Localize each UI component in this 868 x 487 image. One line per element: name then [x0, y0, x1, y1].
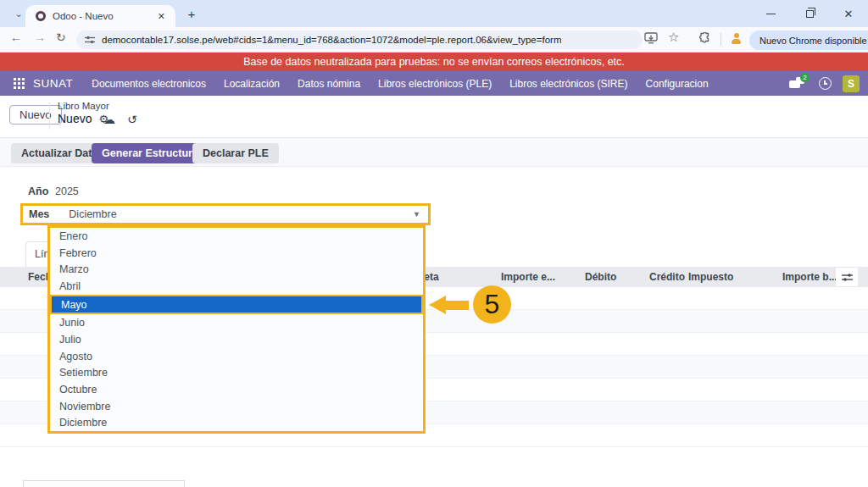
year-value[interactable]: 2025 — [55, 185, 79, 197]
option-noviembre[interactable]: Noviembre — [50, 398, 423, 415]
statusbar: Actualizar Datos Generar Estructuras Dec… — [0, 137, 868, 166]
annotation-arrow-icon — [429, 296, 470, 314]
option-octubre[interactable]: Octubre — [50, 381, 423, 398]
col-impuesto[interactable]: Impuesto — [688, 267, 733, 287]
declarar-ple-button[interactable]: Declarar PLE — [192, 143, 279, 163]
odoo-favicon-icon — [36, 11, 46, 21]
control-panel: Nuevo Libro Mayor Nuevo ⚙ ☁ ↺ — [0, 96, 868, 137]
annotation-step-badge: 5 — [473, 285, 511, 324]
menu-datos-nomina[interactable]: Datos nómina — [298, 78, 360, 90]
toolbar-divider — [721, 33, 721, 46]
activities-clock-icon[interactable] — [819, 77, 832, 90]
breadcrumb-parent[interactable]: Libro Mayor — [58, 101, 109, 111]
month-value[interactable]: Diciembre — [69, 208, 116, 220]
optional-columns-icon[interactable] — [836, 268, 858, 286]
url-text[interactable]: democontable17.solse.pe/web#cids=1&menu_… — [102, 35, 561, 45]
tab-close-icon[interactable]: ✕ — [154, 11, 169, 22]
chrome-update-button[interactable]: Nuevo Chrome disponible ⋮ — [749, 30, 868, 50]
month-field[interactable]: Mes Diciembre ▼ — [20, 203, 431, 225]
option-agosto[interactable]: Agosto — [50, 348, 423, 365]
reload-icon[interactable]: ↻ — [56, 30, 66, 44]
window-controls: ✕ — [751, 0, 868, 27]
option-febrero[interactable]: Febrero — [50, 245, 423, 262]
apps-grid-icon[interactable] — [14, 78, 25, 89]
bookmark-star-icon[interactable]: ☆ — [668, 30, 679, 45]
year-field-row: Año 2025 — [28, 185, 48, 197]
url-bar[interactable]: democontable17.solse.pe/web#cids=1&menu_… — [76, 30, 643, 49]
col-importe-b[interactable]: Importe b... — [782, 267, 837, 287]
minimize-button[interactable] — [751, 0, 790, 27]
send-to-device-icon[interactable] — [644, 32, 658, 44]
menu-libros-ple[interactable]: Libros electrónicos (PLE) — [378, 78, 492, 90]
breadcrumb-divider — [49, 102, 50, 130]
odoo-main-nav: SUNAT Documentos electronicos Localizaci… — [0, 71, 868, 96]
breadcrumb-current: Nuevo — [58, 112, 92, 125]
dropdown-caret-icon[interactable]: ▼ — [413, 210, 420, 219]
close-button[interactable]: ✕ — [829, 0, 868, 27]
tab-title: Odoo - Nuevo — [53, 11, 154, 21]
menu-localizacion[interactable]: Localización — [224, 78, 280, 90]
save-cloud-icon[interactable]: ☁ — [103, 113, 115, 126]
col-debito[interactable]: Débito — [585, 267, 616, 287]
new-tab-button[interactable]: + — [183, 6, 200, 23]
option-abril[interactable]: Abril — [50, 278, 423, 295]
app-brand[interactable]: SUNAT — [33, 77, 73, 90]
col-importe-e[interactable]: Importe e... — [501, 267, 555, 287]
option-julio[interactable]: Julio — [50, 331, 423, 348]
browser-window: ⌄ Odoo - Nuevo ✕ + ✕ ← → ↻ democontable1… — [0, 0, 868, 487]
back-icon[interactable]: ← — [10, 30, 22, 44]
browser-titlebar: ⌄ Odoo - Nuevo ✕ + ✕ — [0, 0, 868, 27]
breadcrumb: Libro Mayor Nuevo ⚙ — [58, 101, 109, 125]
option-mayo-selected[interactable]: Mayo — [50, 295, 423, 315]
neutralized-db-banner: Base de datos neutralizada para pruebas:… — [0, 53, 868, 71]
bottom-partial-element — [23, 480, 185, 487]
restore-button[interactable] — [790, 0, 829, 27]
extensions-puzzle-icon[interactable] — [698, 32, 711, 45]
month-dropdown: Enero Febrero Marzo Abril Mayo Junio Jul… — [47, 225, 426, 434]
menu-documentos-electronicos[interactable]: Documentos electronicos — [92, 78, 206, 90]
month-label: Mes — [29, 208, 49, 220]
discard-undo-icon[interactable]: ↺ — [127, 113, 137, 126]
user-avatar[interactable]: S — [843, 75, 860, 92]
sheet-top-border — [0, 166, 868, 167]
menu-libros-sire[interactable]: Libros electrónicos (SIRE) — [509, 78, 627, 90]
option-marzo[interactable]: Marzo — [50, 261, 423, 278]
col-credito[interactable]: Crédito — [649, 267, 685, 287]
forward-icon[interactable]: → — [34, 30, 46, 44]
year-label: Año — [28, 185, 48, 197]
browser-tab[interactable]: Odoo - Nuevo ✕ — [25, 5, 175, 27]
option-setiembre[interactable]: Setiembre — [50, 364, 423, 381]
option-junio[interactable]: Junio — [50, 314, 423, 331]
profile-avatar-icon[interactable] — [731, 33, 742, 44]
menu-configuracion[interactable]: Configuracion — [646, 78, 709, 90]
messages-badge: 2 — [800, 73, 810, 82]
site-info-icon[interactable] — [85, 35, 95, 45]
option-diciembre[interactable]: Diciembre — [50, 414, 423, 431]
new-record-button[interactable]: Nuevo — [9, 105, 62, 125]
messages-icon[interactable]: 2 — [789, 76, 808, 91]
option-enero[interactable]: Enero — [50, 228, 423, 245]
